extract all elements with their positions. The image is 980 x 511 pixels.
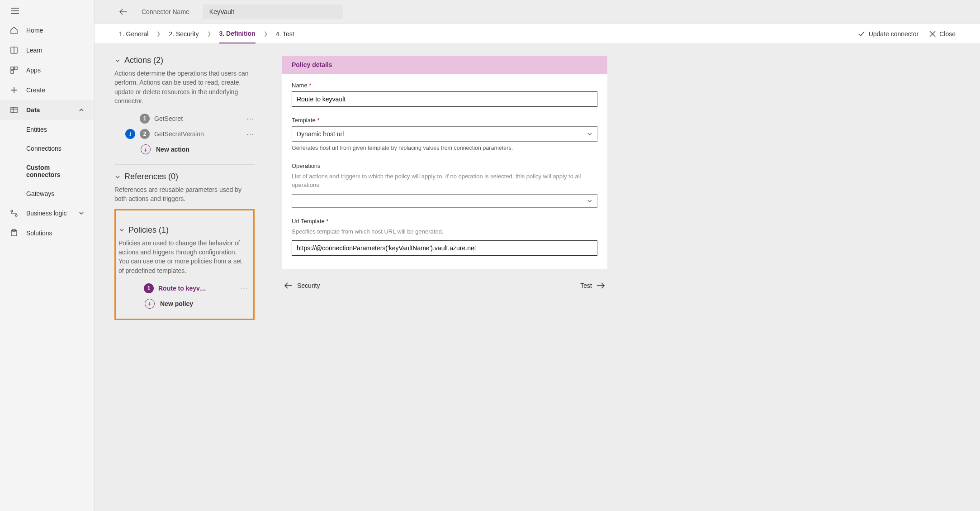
close-label: Close (939, 30, 956, 38)
update-connector-button[interactable]: Update connector (858, 30, 919, 38)
close-button[interactable]: Close (929, 30, 956, 38)
nav-data[interactable]: Data (0, 100, 94, 120)
chevron-down-icon (587, 131, 592, 137)
nav-business-logic[interactable]: Business logic (0, 203, 94, 223)
arrow-left-icon (284, 282, 293, 289)
step-definition[interactable]: 3. Definition (219, 24, 256, 43)
more-icon[interactable]: ··· (241, 285, 249, 292)
back-button[interactable] (119, 8, 128, 15)
sidebar-item-custom-connectors[interactable]: Custom connectors (0, 158, 94, 184)
nav-solutions[interactable]: Solutions (0, 223, 94, 243)
policy-label: Route to keyv… (158, 285, 206, 292)
chevron-right-icon: ❯ (207, 31, 211, 37)
nav-apps[interactable]: Apps (0, 60, 94, 80)
sidebar-item-connections[interactable]: Connections (0, 139, 94, 158)
hamburger-menu[interactable] (0, 4, 94, 20)
sidebar: Home Learn Apps Create Data Entities Con… (0, 0, 95, 511)
svg-point-9 (15, 215, 17, 216)
operations-field-label: Operations (292, 162, 597, 169)
nav-label: Create (26, 86, 45, 94)
svg-rect-3 (14, 67, 17, 70)
connector-name-input[interactable] (203, 5, 343, 19)
info-icon: i (125, 129, 135, 139)
actions-title: Actions (2) (124, 56, 163, 65)
flow-icon (10, 209, 18, 217)
new-policy-button[interactable]: + New policy (118, 296, 249, 311)
plus-circle-icon: + (141, 144, 151, 154)
chevron-down-icon (79, 210, 84, 216)
action-label: GetSecretVersion (154, 130, 204, 138)
chevron-right-icon: ❯ (156, 31, 161, 37)
policies-title: Policies (1) (128, 225, 169, 235)
actions-section-header[interactable]: Actions (2) (114, 56, 255, 65)
name-input[interactable] (292, 91, 597, 107)
action-item[interactable]: i 2 GetSecretVersion ··· (114, 126, 255, 142)
actions-description: Actions determine the operations that us… (114, 69, 255, 105)
prev-step-link[interactable]: Security (284, 282, 320, 289)
nav-label: Business logic (26, 210, 67, 217)
chevron-down-icon (114, 57, 121, 64)
sidebar-item-entities[interactable]: Entities (0, 120, 94, 139)
svg-point-8 (11, 210, 13, 212)
nav-learn[interactable]: Learn (0, 40, 94, 60)
policy-details-panel: Policy details Name * Template * Dynamic… (282, 56, 607, 269)
policies-section-header[interactable]: Policies (1) (118, 225, 249, 235)
template-value: Dynamic host url (297, 130, 344, 138)
url-template-description: Specifies template from which host URL w… (292, 227, 597, 236)
sidebar-item-gateways[interactable]: Gateways (0, 184, 94, 203)
name-field-label: Name * (292, 82, 597, 89)
chevron-down-icon (118, 227, 125, 233)
template-field-label: Template * (292, 117, 597, 124)
definition-side-panel: Actions (2) Actions determine the operat… (114, 56, 255, 499)
checkmark-icon (858, 30, 865, 38)
chevron-down-icon (114, 174, 121, 180)
chevron-right-icon: ❯ (264, 31, 268, 37)
nav-label: Apps (26, 67, 41, 74)
new-action-label: New action (156, 146, 189, 153)
nav-label: Learn (26, 47, 43, 54)
references-section-header[interactable]: References (0) (114, 172, 255, 181)
new-action-button[interactable]: + New action (114, 142, 255, 157)
policies-highlight-box: Policies (1) Policies are used to change… (114, 209, 255, 320)
template-select[interactable]: Dynamic host url (292, 126, 597, 142)
more-icon[interactable]: ··· (246, 115, 255, 122)
svg-rect-4 (11, 71, 14, 73)
update-label: Update connector (869, 30, 919, 38)
step-badge: 1 (144, 283, 154, 293)
topbar: Connector Name (95, 0, 980, 24)
policy-item[interactable]: 1 Route to keyv… ··· (118, 281, 249, 296)
divider (114, 164, 255, 165)
data-icon (10, 106, 18, 114)
hamburger-icon (11, 8, 19, 14)
step-test[interactable]: 4. Test (276, 25, 294, 43)
new-policy-label: New policy (160, 300, 193, 307)
close-icon (929, 31, 936, 37)
url-template-input[interactable] (292, 240, 597, 256)
step-general[interactable]: 1. General (119, 25, 148, 43)
step-badge: 1 (140, 114, 150, 124)
nav-label: Solutions (26, 229, 52, 237)
step-security[interactable]: 2. Security (169, 25, 199, 43)
nav-home[interactable]: Home (0, 20, 94, 40)
solutions-icon (10, 229, 18, 237)
breadcrumb: 1. General ❯ 2. Security ❯ 3. Definition… (119, 24, 858, 43)
next-label: Test (580, 282, 592, 289)
svg-rect-2 (11, 67, 14, 70)
book-icon (10, 46, 18, 54)
chevron-up-icon (79, 107, 84, 113)
next-step-link[interactable]: Test (580, 282, 605, 289)
wizard-tabs: 1. General ❯ 2. Security ❯ 3. Definition… (95, 24, 980, 44)
template-hint: Generates host url from given template b… (292, 144, 597, 153)
action-item[interactable]: 1 GetSecret ··· (114, 111, 255, 126)
operations-select[interactable] (292, 194, 597, 208)
nav-create[interactable]: Create (0, 80, 94, 100)
connector-name-label: Connector Name (142, 8, 189, 15)
footer-nav: Security Test (282, 269, 607, 293)
policies-description: Policies are used to change the behavior… (118, 239, 249, 275)
references-title: References (0) (124, 172, 178, 181)
panel-title: Policy details (282, 56, 607, 74)
divider (118, 218, 249, 218)
operations-description: List of actions and triggers to which th… (292, 172, 597, 190)
main-area: Connector Name 1. General ❯ 2. Security … (95, 0, 980, 511)
more-icon[interactable]: ··· (246, 130, 255, 138)
